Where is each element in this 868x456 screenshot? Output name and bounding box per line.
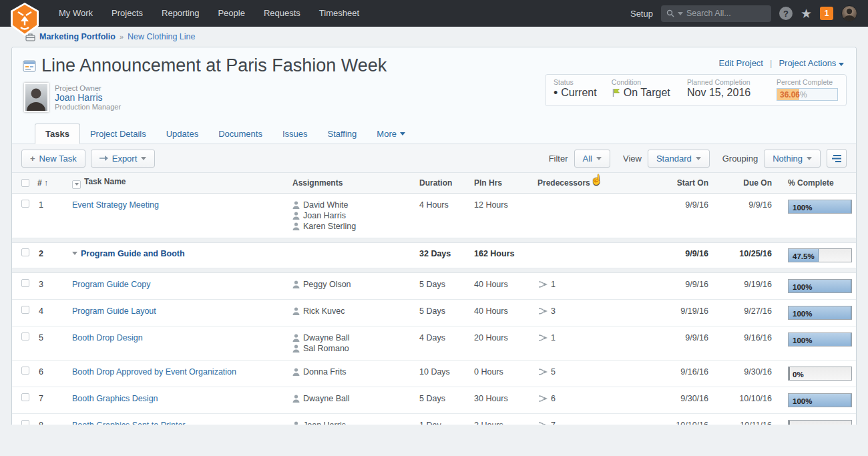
- row-checkbox[interactable]: [21, 420, 29, 425]
- tab-project-details[interactable]: Project Details: [80, 124, 156, 144]
- predecessor[interactable]: 7: [537, 420, 656, 425]
- filter-dropdown[interactable]: All: [574, 150, 610, 168]
- column-header-predecessors[interactable]: Predecessors: [535, 178, 658, 188]
- column-header-pln-hrs[interactable]: Pln Hrs: [471, 178, 535, 188]
- view-dropdown[interactable]: Standard: [648, 150, 710, 168]
- column-header-assignments[interactable]: Assignments: [290, 178, 417, 188]
- search-scope-caret-icon[interactable]: [678, 12, 683, 15]
- row-checkbox[interactable]: [21, 393, 29, 401]
- assignee-name[interactable]: Rick Kuvec: [303, 306, 345, 316]
- global-search-input[interactable]: Search All...: [661, 5, 771, 22]
- project-actions-menu[interactable]: Project Actions: [779, 58, 844, 68]
- assignee-name[interactable]: Joan Harris: [303, 210, 346, 221]
- task-number: 5: [35, 332, 69, 343]
- task-name-link[interactable]: Program Guide Copy: [72, 280, 150, 289]
- tab-bar: TasksProject DetailsUpdatesDocumentsIssu…: [23, 124, 845, 144]
- tab-label: Staffing: [327, 129, 357, 139]
- assignee-name[interactable]: Donna Frits: [303, 367, 347, 377]
- row-checkbox[interactable]: [21, 279, 29, 287]
- column-header-percent-complete[interactable]: % Complete: [785, 178, 856, 188]
- row-checkbox[interactable]: [21, 367, 29, 375]
- percent-complete-bar[interactable]: 100%: [788, 393, 852, 407]
- workfront-logo[interactable]: [9, 2, 40, 37]
- outline-view-button[interactable]: [827, 149, 847, 168]
- tab-issues[interactable]: Issues: [272, 124, 318, 144]
- export-button[interactable]: Export: [91, 150, 156, 168]
- row-checkbox-cell: [12, 367, 35, 375]
- owner-name-link[interactable]: Joan Harris: [55, 93, 121, 102]
- select-all-checkbox[interactable]: [21, 179, 29, 187]
- assignments-cell: Donna Frits: [290, 367, 417, 377]
- tab-tasks[interactable]: Tasks: [35, 124, 80, 144]
- percent-complete-bar[interactable]: 100%: [788, 200, 852, 214]
- predecessor[interactable]: 6: [537, 393, 656, 404]
- row-checkbox[interactable]: [21, 332, 29, 340]
- task-name-link[interactable]: Booth Drop Design: [72, 333, 143, 343]
- percent-complete-bar[interactable]: 100%: [788, 279, 852, 293]
- predecessor[interactable]: 5: [537, 367, 656, 377]
- nav-item-projects[interactable]: Projects: [102, 0, 152, 27]
- task-name-link[interactable]: Booth Graphics Sent to Printer: [72, 421, 186, 425]
- tab-staffing[interactable]: Staffing: [317, 124, 367, 144]
- tab-more[interactable]: More: [367, 124, 415, 144]
- setup-link[interactable]: Setup: [630, 9, 653, 19]
- favorites-star-icon[interactable]: ★: [801, 6, 812, 21]
- assignee-name[interactable]: Dwayne Ball: [303, 332, 349, 343]
- task-name-link[interactable]: Booth Graphics Design: [72, 394, 158, 403]
- percent-complete-value: 100%: [793, 308, 812, 319]
- user-avatar[interactable]: [841, 5, 857, 21]
- breadcrumb-current-link[interactable]: New Clothing Line: [128, 32, 195, 41]
- percent-complete-bar[interactable]: 47.5%: [788, 248, 852, 262]
- person-icon: [292, 212, 300, 220]
- nav-item-my-work[interactable]: My Work: [49, 0, 102, 27]
- assignee-name[interactable]: Dwayne Ball: [303, 393, 349, 404]
- row-group-spacer: [12, 268, 856, 273]
- collapse-caret-icon[interactable]: [72, 252, 77, 255]
- assignee-name[interactable]: Peggy Olson: [303, 279, 351, 290]
- task-name-link[interactable]: Event Strategy Meeting: [72, 200, 159, 210]
- predecessor-icon: [537, 421, 548, 425]
- percent-complete-bar[interactable]: 0%: [788, 367, 852, 381]
- assignments-cell: Dwayne BallSal Romano: [290, 332, 417, 354]
- flag-icon: [612, 88, 620, 97]
- help-icon[interactable]: ?: [779, 7, 793, 20]
- assignee-name[interactable]: David White: [303, 200, 348, 210]
- notification-badge[interactable]: 1: [820, 7, 833, 20]
- row-checkbox[interactable]: [21, 200, 29, 208]
- predecessor[interactable]: 1: [537, 332, 656, 343]
- nav-item-reporting[interactable]: Reporting: [152, 0, 208, 27]
- task-name-link[interactable]: Booth Drop Approved by Event Organizatio…: [72, 367, 236, 377]
- condition-value: On Target: [624, 87, 670, 99]
- nav-item-people[interactable]: People: [208, 0, 254, 27]
- edit-project-link[interactable]: Edit Project: [719, 58, 763, 68]
- assignee-name[interactable]: Karen Sterling: [303, 221, 356, 232]
- percent-complete-bar[interactable]: 100%: [788, 332, 852, 347]
- start-on-cell: 9/9/16: [658, 248, 722, 259]
- task-name-link[interactable]: Program Guide and Booth: [81, 249, 185, 258]
- column-header-duration[interactable]: Duration: [417, 178, 471, 188]
- nav-item-timesheet[interactable]: Timesheet: [310, 0, 369, 27]
- new-task-button[interactable]: + New Task: [21, 150, 85, 168]
- row-checkbox[interactable]: [21, 248, 29, 256]
- percent-complete-bar[interactable]: 100%: [788, 306, 852, 320]
- percent-complete-field[interactable]: 36.06%: [777, 88, 838, 101]
- column-header-number[interactable]: # ↑: [35, 178, 69, 188]
- assignee: Sal Romano: [292, 343, 414, 354]
- row-checkbox[interactable]: [21, 306, 29, 314]
- percent-complete-bar[interactable]: 0%: [788, 420, 852, 425]
- predecessor[interactable]: 3: [537, 306, 656, 316]
- tab-documents[interactable]: Documents: [208, 124, 272, 144]
- column-header-due-on[interactable]: Due On: [722, 178, 785, 188]
- column-menu-caret-icon[interactable]: [72, 180, 81, 189]
- nav-item-requests[interactable]: Requests: [254, 0, 310, 27]
- grouping-dropdown[interactable]: Nothing: [764, 150, 821, 168]
- owner-avatar[interactable]: [24, 83, 49, 112]
- column-header-task-name[interactable]: Task Name: [69, 177, 290, 189]
- assignee-name[interactable]: Joan Harris: [303, 420, 346, 425]
- breadcrumb-portfolio-link[interactable]: Marketing Portfolio: [39, 32, 116, 41]
- predecessor[interactable]: 1: [537, 279, 656, 290]
- tab-updates[interactable]: Updates: [156, 124, 208, 144]
- column-header-start-on[interactable]: Start On: [658, 178, 722, 188]
- task-name-link[interactable]: Program Guide Layout: [72, 306, 156, 316]
- assignee-name[interactable]: Sal Romano: [303, 343, 349, 354]
